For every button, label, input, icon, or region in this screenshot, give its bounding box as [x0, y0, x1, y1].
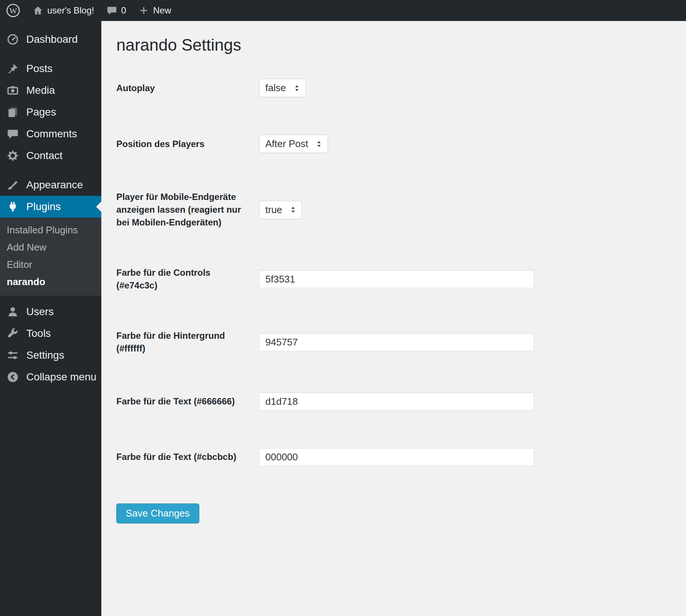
plugin-icon [5, 199, 20, 214]
sidebar-item-tools[interactable]: Tools [0, 323, 101, 344]
comment-bubble-icon [106, 5, 117, 16]
select-arrows-icon [315, 140, 323, 148]
new-content-menu[interactable]: New [132, 0, 177, 21]
sidebar-item-label: Pages [26, 106, 56, 118]
select-arrows-icon [293, 84, 301, 92]
sidebar-item-contact[interactable]: Contact [0, 145, 101, 167]
comments-count: 0 [121, 5, 126, 16]
page-title: narando Settings [116, 35, 671, 55]
site-name-label: user's Blog! [47, 5, 94, 16]
admin-bar: W user's Blog! 0 New [0, 0, 686, 21]
comments-icon [5, 126, 20, 141]
sidebar-item-label: Collapse menu [26, 371, 96, 383]
camera-icon [5, 83, 20, 98]
controls-color-input[interactable] [259, 270, 534, 288]
gear-icon [5, 148, 20, 163]
field-label: Position des Players [116, 138, 259, 150]
sidebar-item-label: Tools [26, 328, 51, 340]
pages-icon [5, 105, 20, 120]
text-color-2-input[interactable] [259, 448, 534, 466]
new-menu-label: New [153, 5, 171, 16]
select-arrows-icon [289, 206, 297, 214]
sidebar-item-plugins[interactable]: Plugins [0, 196, 101, 218]
field-label: Farbe für die Hintergrund (#ffffff) [116, 329, 259, 355]
menu-separator [0, 167, 101, 174]
sidebar-subitem-narando[interactable]: narando [0, 273, 101, 290]
sliders-icon [5, 348, 20, 363]
settings-page: narando Settings Autoplay false Position… [101, 21, 686, 616]
site-name-link[interactable]: user's Blog! [26, 0, 100, 21]
sidebar-subitem-add-new[interactable]: Add New [0, 239, 101, 256]
player-position-select[interactable]: After Post [259, 135, 328, 153]
background-color-input[interactable] [259, 333, 534, 351]
sidebar-item-label: Posts [26, 63, 53, 75]
collapse-menu-button[interactable]: Collapse menu [0, 366, 101, 388]
sidebar-item-label: Appearance [26, 179, 83, 191]
sidebar-item-media[interactable]: Media [0, 80, 101, 101]
field-row-controls-color: Farbe für die Controls (#e74c3c) [116, 266, 671, 292]
autoplay-select[interactable]: false [259, 79, 306, 97]
comments-menu[interactable]: 0 [100, 0, 132, 21]
sidebar-item-label: Media [26, 84, 55, 96]
save-button[interactable]: Save Changes [116, 503, 199, 523]
field-label: Autoplay [116, 82, 259, 95]
sidebar-item-label: Dashboard [26, 33, 78, 45]
field-label: Farbe für die Text (#666666) [116, 395, 259, 408]
sidebar-subitem-editor[interactable]: Editor [0, 256, 101, 273]
admin-sidebar: Dashboard Posts Media Pages Comments Con… [0, 21, 101, 616]
submenu-item-label: Editor [7, 259, 32, 270]
dashboard-icon [5, 32, 20, 47]
sidebar-item-label: Plugins [26, 201, 61, 213]
select-value: false [265, 82, 286, 94]
sidebar-item-comments[interactable]: Comments [0, 123, 101, 145]
field-row-mobile-player: Player für Mobile-Endgeräte anzeigen las… [116, 191, 671, 229]
sidebar-item-settings[interactable]: Settings [0, 344, 101, 366]
wordpress-logo-icon: W [6, 3, 20, 18]
sidebar-item-label: Settings [26, 349, 64, 361]
select-value: true [265, 204, 282, 216]
sidebar-item-label: Comments [26, 128, 77, 140]
field-label: Player für Mobile-Endgeräte anzeigen las… [116, 191, 259, 229]
submenu-item-label: Add New [7, 242, 47, 253]
user-icon [5, 304, 20, 319]
paintbrush-icon [5, 177, 20, 192]
sidebar-item-dashboard[interactable]: Dashboard [0, 29, 101, 50]
field-label: Farbe für die Controls (#e74c3c) [116, 266, 259, 292]
sidebar-item-users[interactable]: Users [0, 301, 101, 323]
home-icon [32, 5, 44, 16]
select-value: After Post [265, 138, 308, 150]
sidebar-item-appearance[interactable]: Appearance [0, 174, 101, 196]
collapse-arrow-icon [5, 370, 20, 385]
sidebar-item-label: Contact [26, 150, 63, 162]
field-row-autoplay: Autoplay false [116, 79, 671, 97]
plugins-submenu: Installed Plugins Add New Editor narando [0, 218, 101, 296]
text-color-input[interactable] [259, 392, 534, 410]
submenu-item-label: narando [7, 276, 45, 288]
field-row-text-color-2: Farbe für die Text (#cbcbcb) [116, 448, 671, 466]
wordpress-menu[interactable]: W [0, 0, 26, 21]
pushpin-icon [5, 61, 20, 76]
field-row-player-position: Position des Players After Post [116, 135, 671, 153]
svg-text:W: W [9, 6, 17, 15]
sidebar-item-pages[interactable]: Pages [0, 101, 101, 123]
sidebar-subitem-installed-plugins[interactable]: Installed Plugins [0, 221, 101, 239]
field-row-background-color: Farbe für die Hintergrund (#ffffff) [116, 329, 671, 355]
menu-separator [0, 50, 101, 58]
mobile-player-select[interactable]: true [259, 201, 302, 219]
wrench-icon [5, 326, 20, 341]
submenu-item-label: Installed Plugins [7, 224, 78, 236]
field-row-text-color: Farbe für die Text (#666666) [116, 392, 671, 410]
field-label: Farbe für die Text (#cbcbcb) [116, 451, 259, 463]
sidebar-item-label: Users [26, 306, 54, 318]
plus-icon [138, 5, 149, 16]
sidebar-item-posts[interactable]: Posts [0, 58, 101, 80]
